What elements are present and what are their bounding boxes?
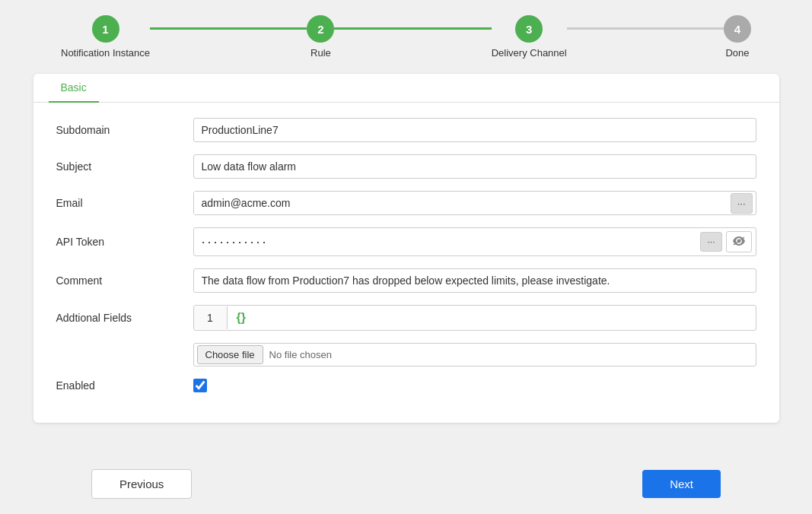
enabled-checkbox-wrapper: [193, 379, 207, 392]
enabled-checkbox[interactable]: [193, 379, 207, 392]
step-3-label: Delivery Channel: [492, 47, 567, 59]
additional-fields-wrapper: {}: [193, 305, 756, 331]
step-2-label: Rule: [310, 47, 331, 59]
subdomain-label: Subdomain: [56, 124, 193, 136]
subdomain-row: Subdomain: [56, 118, 756, 142]
email-wrapper: ···: [193, 191, 756, 215]
step-2-circle: 2: [307, 15, 334, 43]
choose-file-button[interactable]: Choose file: [197, 345, 263, 364]
enabled-label: Enabled: [56, 379, 193, 392]
step-3: 3 Delivery Channel: [492, 15, 567, 59]
form-body: Subdomain Subject Email ··· API Token ··…: [33, 103, 779, 423]
additional-fields-number[interactable]: [194, 306, 228, 329]
step-line-3: [567, 27, 724, 30]
email-label: Email: [56, 197, 193, 209]
api-token-label: API Token: [56, 236, 193, 248]
file-wrapper: Choose file No file chosen: [193, 343, 756, 366]
api-token-eye-button[interactable]: [726, 231, 752, 252]
file-row: Choose file No file chosen: [193, 343, 756, 366]
api-token-extra-button[interactable]: ···: [700, 232, 721, 252]
subject-label: Subject: [56, 160, 193, 173]
main-card: Basic Subdomain Subject Email ··· API To…: [33, 74, 779, 423]
step-4-circle: 4: [724, 15, 751, 43]
step-1-circle: 1: [92, 15, 119, 43]
step-line-2: [334, 27, 491, 30]
step-1-label: Notification Instance: [61, 47, 150, 59]
tab-basic[interactable]: Basic: [49, 74, 99, 103]
api-token-dots: ···········: [194, 229, 699, 255]
enabled-row: Enabled: [56, 379, 756, 392]
additional-fields-braces: {}: [228, 306, 255, 330]
api-token-row: API Token ··········· ···: [56, 227, 756, 256]
email-row: Email ···: [56, 191, 756, 215]
tab-bar: Basic: [33, 74, 779, 103]
step-4-label: Done: [725, 47, 749, 59]
email-input[interactable]: [194, 192, 731, 214]
subject-input[interactable]: [193, 154, 756, 179]
step-line-1: [150, 27, 307, 30]
no-file-text: No file chosen: [269, 349, 332, 360]
next-button[interactable]: Next: [642, 470, 721, 498]
previous-button[interactable]: Previous: [91, 469, 192, 499]
subdomain-input[interactable]: [193, 118, 756, 142]
email-extra-button[interactable]: ···: [731, 193, 753, 214]
comment-input[interactable]: [193, 268, 756, 293]
step-2: 2 Rule: [307, 15, 334, 59]
additional-fields-label: Addtional Fields: [56, 312, 193, 324]
comment-label: Comment: [56, 274, 193, 287]
step-1: 1 Notification Instance: [61, 15, 150, 59]
stepper: 1 Notification Instance 2 Rule 3 Deliver…: [0, 0, 812, 66]
api-token-wrapper: ··········· ···: [193, 227, 756, 256]
comment-row: Comment: [56, 268, 756, 293]
bottom-nav: Previous Next: [0, 454, 812, 514]
additional-fields-row: Addtional Fields {}: [56, 305, 756, 331]
step-3-circle: 3: [515, 15, 543, 43]
subject-row: Subject: [56, 154, 756, 179]
step-4: 4 Done: [724, 15, 751, 59]
